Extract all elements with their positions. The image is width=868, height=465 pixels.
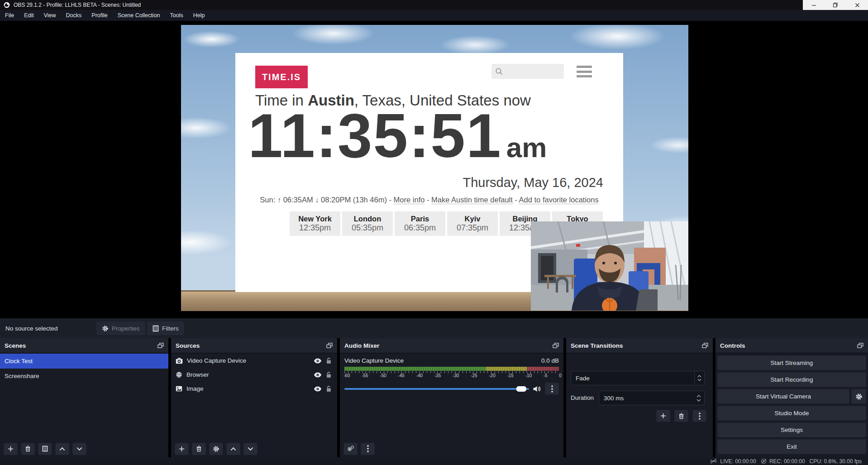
- popout-icon[interactable]: [553, 343, 559, 349]
- timeis-date: Thursday, May 16, 2024: [463, 175, 603, 190]
- start-recording-button[interactable]: Start Recording: [717, 372, 866, 387]
- sources-list: Video Capture Device Browser: [171, 354, 337, 440]
- duration-spin-arrows[interactable]: [693, 395, 704, 402]
- world-clock-london[interactable]: London05:35pm: [342, 211, 393, 236]
- virtual-camera-config-button[interactable]: [851, 389, 866, 404]
- close-button[interactable]: [849, 0, 865, 10]
- search-icon: [495, 67, 503, 76]
- rec-status: REC: 00:00:00: [761, 458, 805, 465]
- world-clock-paris[interactable]: Paris06:35pm: [395, 211, 445, 236]
- more-info-link[interactable]: More info: [394, 196, 425, 204]
- studio-mode-button[interactable]: Studio Mode: [717, 406, 866, 421]
- transition-menu-button[interactable]: [692, 410, 706, 422]
- popout-icon[interactable]: [857, 343, 863, 349]
- menu-edit[interactable]: Edit: [19, 10, 39, 21]
- popout-icon[interactable]: [326, 343, 333, 349]
- mixer-level-value: 0.0 dB: [541, 357, 559, 364]
- move-scene-up-button[interactable]: [55, 443, 69, 455]
- transition-select[interactable]: Fade: [571, 371, 705, 385]
- scene-item-clock-test[interactable]: Clock Test: [0, 354, 168, 369]
- settings-button[interactable]: Settings: [717, 422, 866, 437]
- filters-icon: [153, 325, 159, 332]
- mixer-channel-menu-button[interactable]: [545, 383, 559, 395]
- webcam-source[interactable]: [531, 221, 688, 311]
- audio-mixer-title: Audio Mixer: [344, 342, 379, 349]
- duration-value: 300 ms: [599, 395, 693, 402]
- add-transition-button[interactable]: [656, 410, 670, 422]
- hamburger-menu-icon[interactable]: [577, 66, 592, 77]
- minimize-button[interactable]: [806, 0, 821, 10]
- remove-scene-button[interactable]: [21, 443, 35, 455]
- status-bar: LIVE: 00:00:00 REC: 00:00:00 CPU: 0.6%, …: [0, 457, 868, 465]
- remove-source-button[interactable]: [192, 443, 206, 455]
- exit-button[interactable]: Exit: [717, 439, 866, 454]
- add-favorite-link[interactable]: Add to favorite locations: [519, 196, 599, 204]
- unlock-icon[interactable]: [326, 385, 332, 392]
- titlebar: OBS 29.1.2 - Profile: LLHLS BETA - Scene…: [0, 0, 868, 10]
- eye-icon[interactable]: [314, 372, 322, 378]
- menu-profile[interactable]: Profile: [86, 10, 112, 21]
- move-source-down-button[interactable]: [243, 443, 258, 455]
- filters-button[interactable]: Filters: [147, 321, 184, 335]
- popout-icon[interactable]: [157, 343, 164, 349]
- scenes-header[interactable]: Scenes: [0, 338, 168, 354]
- timeis-ampm: am: [506, 131, 547, 163]
- mixer-channel-row: Video Capture Device 0.0 dB: [340, 354, 563, 366]
- source-item-video-capture[interactable]: Video Capture Device: [171, 354, 337, 368]
- menu-file[interactable]: File: [0, 10, 19, 21]
- preview-canvas[interactable]: TIME.IS Time in Austin, Texas, United St…: [181, 25, 688, 311]
- scene-filters-button[interactable]: [38, 443, 52, 455]
- add-source-button[interactable]: [175, 443, 189, 455]
- controls-panel: Controls Start Streaming Start Recording…: [715, 338, 868, 457]
- source-toolbar: No source selected Properties Filters: [0, 318, 868, 338]
- duration-spinbox[interactable]: 300 ms: [599, 391, 705, 405]
- menu-tools[interactable]: Tools: [165, 10, 188, 21]
- eye-icon[interactable]: [314, 358, 322, 364]
- remove-transition-button[interactable]: [674, 410, 688, 422]
- start-streaming-button[interactable]: Start Streaming: [717, 355, 866, 370]
- world-clock-new-york[interactable]: New York12:35pm: [290, 211, 340, 236]
- speaker-icon[interactable]: [533, 385, 541, 393]
- eye-icon[interactable]: [314, 386, 322, 392]
- menu-help[interactable]: Help: [188, 10, 210, 21]
- controls-body: Start Streaming Start Recording Start Vi…: [715, 354, 868, 457]
- sources-header[interactable]: Sources: [171, 338, 337, 354]
- sources-panel: Sources Video Capture Device: [171, 338, 337, 457]
- transitions-body: Fade Duration 300 ms: [566, 354, 713, 457]
- unlock-icon[interactable]: [326, 371, 332, 378]
- transitions-buttons: [656, 410, 706, 422]
- add-scene-button[interactable]: [4, 443, 18, 455]
- globe-icon: [176, 371, 182, 378]
- preview-area: TIME.IS Time in Austin, Texas, United St…: [0, 21, 868, 318]
- source-item-browser[interactable]: Browser: [171, 368, 337, 382]
- mixer-channel-name: Video Capture Device: [344, 357, 404, 364]
- menu-scene-collection[interactable]: Scene Collection: [113, 10, 165, 21]
- source-properties-button[interactable]: [209, 443, 223, 455]
- start-virtual-camera-button[interactable]: Start Virtual Camera: [717, 389, 849, 404]
- move-scene-down-button[interactable]: [72, 443, 86, 455]
- move-source-up-button[interactable]: [226, 443, 240, 455]
- menu-view[interactable]: View: [39, 10, 61, 21]
- menu-docks[interactable]: Docks: [61, 10, 87, 21]
- controls-header[interactable]: Controls: [715, 338, 868, 354]
- audio-mixer-header[interactable]: Audio Mixer: [340, 338, 563, 354]
- mixer-menu-button[interactable]: [361, 443, 375, 455]
- advanced-audio-icon[interactable]: [343, 443, 358, 455]
- audio-mixer-body: Video Capture Device 0.0 dB -60-55-50-45…: [340, 354, 563, 457]
- source-item-image[interactable]: Image: [171, 382, 337, 396]
- timeis-search-input[interactable]: [491, 64, 564, 79]
- unlock-icon[interactable]: [326, 357, 332, 364]
- transitions-title: Scene Transitions: [571, 342, 623, 349]
- transition-select-arrows[interactable]: [694, 371, 704, 385]
- volume-slider[interactable]: [344, 388, 529, 390]
- restore-button[interactable]: [828, 0, 843, 10]
- world-clock-kyiv[interactable]: Kyiv07:35pm: [447, 211, 498, 236]
- make-default-link[interactable]: Make Austin time default: [431, 196, 513, 204]
- camera-icon: [176, 358, 183, 364]
- scene-item-screenshare[interactable]: Screenshare: [0, 369, 168, 384]
- properties-button[interactable]: Properties: [96, 321, 145, 335]
- scenes-title: Scenes: [5, 342, 26, 349]
- transitions-header[interactable]: Scene Transitions: [566, 338, 713, 354]
- volume-slider-handle[interactable]: [516, 386, 526, 392]
- popout-icon[interactable]: [702, 343, 708, 349]
